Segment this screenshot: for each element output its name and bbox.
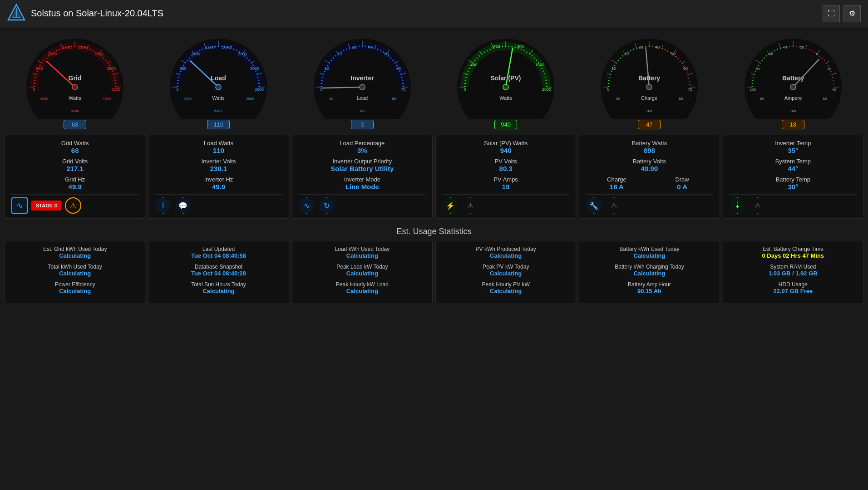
bat-volts-line: Battery Volts 49.90 bbox=[586, 158, 713, 172]
load-watts-value: 110 bbox=[155, 147, 282, 154]
svg-text:0: 0 bbox=[607, 87, 610, 92]
inverter-refresh-icon[interactable]: ↻ bbox=[319, 197, 335, 214]
charge-time-label: Est. Battery Charge Time bbox=[730, 246, 857, 252]
svg-text:100: 100 bbox=[359, 109, 365, 113]
hdd-value: 22.07 GB Free bbox=[730, 288, 857, 294]
stage-badge[interactable]: STAGE 3 bbox=[31, 201, 61, 211]
inv-temp-label: Inverter Temp bbox=[730, 140, 857, 147]
peak-hourly-pv-label: Peak Hourly PV kW bbox=[442, 281, 569, 288]
pv-volts-label: PV Volts bbox=[442, 158, 569, 165]
bat-draw-col: Draw 0 A bbox=[651, 176, 713, 191]
solar-warning-icon[interactable]: ⚠ bbox=[462, 197, 478, 214]
pv-amps-line: PV Amps 19 bbox=[442, 176, 569, 191]
battery-icon-row: 🔧 ⚠ bbox=[586, 194, 713, 214]
svg-text:Watts: Watts bbox=[499, 95, 512, 101]
app-logo bbox=[7, 4, 25, 23]
bat-draw-label: Draw bbox=[651, 176, 713, 183]
svg-text:800: 800 bbox=[493, 44, 500, 49]
expand-button[interactable]: ⛶ bbox=[823, 5, 840, 22]
peak-hourly-load-value: Calculating bbox=[299, 288, 426, 294]
svg-text:500: 500 bbox=[180, 66, 187, 71]
peak-pv-line: Peak PV kW Today Calculating bbox=[442, 264, 569, 277]
ram-value: 1.03 GB / 1.92 GB bbox=[730, 270, 857, 277]
svg-text:3500: 3500 bbox=[255, 87, 264, 92]
load-chat-icon[interactable]: 💬 bbox=[175, 197, 191, 214]
charge-time-line: Est. Battery Charge Time 0 Days 02 Hrs 4… bbox=[730, 246, 857, 259]
peak-pv-value: Calculating bbox=[442, 270, 569, 277]
grid-volts-line: Grid Volts 217.1 bbox=[11, 158, 138, 172]
svg-text:30: 30 bbox=[352, 45, 356, 49]
peak-pv-label: Peak PV kW Today bbox=[442, 264, 569, 270]
bat-kwh-line: Battery kWh Used Today Calculating bbox=[586, 246, 713, 259]
db-snapshot-value: Tue Oct 04 08:40:28 bbox=[155, 270, 282, 277]
sun-hours-value: Calculating bbox=[155, 288, 282, 294]
ram-line: System RAM Used 1.03 GB / 1.92 GB bbox=[730, 264, 857, 277]
grid-watts-label: Grid Watts bbox=[11, 140, 138, 147]
system-info-card: Est. Battery Charge Time 0 Days 02 Hrs 4… bbox=[723, 241, 863, 304]
inverter-volts-line: Inverter Volts 230.1 bbox=[155, 158, 282, 172]
load-hex-icon[interactable]: I bbox=[155, 197, 171, 214]
grid-volts-value: 217.1 bbox=[11, 165, 138, 172]
svg-text:Watts: Watts bbox=[69, 95, 81, 101]
inv-mode-value: Line Mode bbox=[299, 183, 426, 191]
inv-priority-line: Inverter Output Priority Solar Battery U… bbox=[299, 158, 426, 172]
svg-text:4000: 4000 bbox=[247, 97, 255, 101]
svg-text:-40: -40 bbox=[782, 45, 788, 49]
pv-amps-label: PV Amps bbox=[442, 176, 569, 183]
sys-temp-label: System Temp bbox=[730, 158, 857, 165]
battery-warning-icon[interactable]: ⚠ bbox=[606, 197, 622, 214]
battery-charge-gauge: 0 10 20 30 40 50 60 70 90 80 100 Battery… bbox=[582, 33, 716, 129]
hdd-label: HDD Usage bbox=[730, 281, 857, 288]
svg-text:2500: 2500 bbox=[238, 52, 247, 56]
thermometer-icon[interactable]: 🌡 bbox=[730, 197, 746, 214]
inv-temp-value: 35° bbox=[730, 147, 857, 154]
solar-stat-card: Solar (PV) Watts 940 PV Volts 80.3 PV Am… bbox=[435, 135, 576, 219]
svg-text:Load: Load bbox=[211, 74, 226, 82]
svg-text:2000: 2000 bbox=[79, 45, 88, 49]
peak-load-line: Peak Load kW Today Calculating bbox=[299, 264, 426, 277]
svg-point-30 bbox=[72, 84, 78, 90]
grid-gauge-svg: 0 500 1000 1500 2000 2500 3000 3500 4500… bbox=[16, 33, 134, 119]
est-grid-kwh-label: Est. Grid kWh Used Today bbox=[11, 246, 138, 252]
grid-wave-icon[interactable]: ∿ bbox=[11, 197, 28, 214]
last-updated-line: Last Updated Tue Oct 04 08:40:58 bbox=[155, 246, 282, 259]
svg-text:100: 100 bbox=[646, 109, 653, 113]
peak-hourly-pv-value: Calculating bbox=[442, 288, 569, 294]
load-value-badge: 110 bbox=[207, 120, 230, 129]
inverter-value-badge: 3 bbox=[351, 120, 374, 129]
inv-priority-label: Inverter Output Priority bbox=[299, 158, 426, 165]
svg-text:0: 0 bbox=[177, 87, 179, 92]
svg-text:0: 0 bbox=[464, 87, 466, 92]
stats-row: Grid Watts 68 Grid Volts 217.1 Grid Hz 4… bbox=[0, 132, 868, 221]
temp-warning-icon[interactable]: ⚠ bbox=[750, 197, 766, 214]
last-updated-label: Last Updated bbox=[155, 246, 282, 252]
svg-text:10: 10 bbox=[612, 66, 616, 71]
svg-text:Watts: Watts bbox=[212, 95, 225, 101]
inverter-wave-icon[interactable]: ∿ bbox=[299, 197, 315, 214]
load-pct-label: Load Percentage bbox=[299, 140, 426, 147]
battery-tools-icon[interactable]: 🔧 bbox=[586, 197, 602, 214]
gauges-row: 0 500 1000 1500 2000 2500 3000 3500 4500… bbox=[0, 27, 868, 132]
svg-text:80: 80 bbox=[679, 97, 683, 101]
bat-charge-label: Charge bbox=[586, 176, 647, 183]
settings-button[interactable]: ⚙ bbox=[843, 5, 861, 22]
svg-text:40: 40 bbox=[655, 45, 660, 49]
svg-text:20: 20 bbox=[624, 52, 629, 56]
solar-panel-icon[interactable]: ⚡ bbox=[442, 197, 459, 214]
header-controls: ⛶ ⚙ bbox=[823, 5, 861, 22]
grid-warning-icon[interactable]: ⚠ bbox=[65, 197, 81, 214]
svg-text:500: 500 bbox=[36, 66, 43, 71]
svg-text:40: 40 bbox=[832, 88, 836, 92]
load-kwh-label: Load kWh Used Today bbox=[299, 246, 426, 252]
svg-point-57 bbox=[216, 84, 221, 90]
pv-volts-line: PV Volts 80.3 bbox=[442, 158, 569, 172]
svg-text:1500: 1500 bbox=[62, 45, 71, 49]
db-snapshot-label: Database Snapshot bbox=[155, 264, 282, 270]
bat-charge-draw-line: Charge 18 A Draw 0 A bbox=[586, 176, 713, 191]
svg-text:4000: 4000 bbox=[103, 97, 111, 101]
inverter-stat-card: Load Percentage 3% Inverter Output Prior… bbox=[292, 135, 433, 219]
est-grid-kwh-line: Est. Grid kWh Used Today Calculating bbox=[11, 246, 138, 259]
battery-amp-gauge: -100 -80 -60 -40 -20 0 20 40 60 80 100 B… bbox=[726, 33, 860, 129]
inverter-volts-value: 230.1 bbox=[155, 165, 282, 172]
header: Solstus on Solar-Linux-20.04LTS ⛶ ⚙ bbox=[0, 0, 868, 27]
